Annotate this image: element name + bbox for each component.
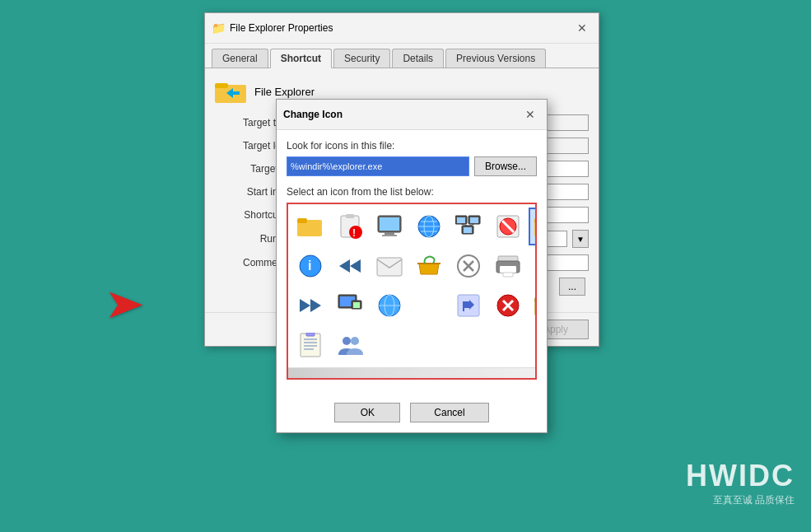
change-icon-dialog: Change Icon ✕ Look for icons in this fil… (276, 99, 548, 433)
icon-cell-users[interactable] (331, 326, 369, 364)
icon-cell-info[interactable]: i (291, 247, 329, 285)
red-arrow-indicator: ➤ (104, 280, 145, 328)
change-icon-close-button[interactable]: ✕ (520, 105, 540, 124)
watermark: HWIDC 至真至诚 品质保住 (686, 459, 795, 507)
select-icon-label: Select an icon from the list below: (287, 186, 537, 198)
file-path-input[interactable] (287, 156, 469, 176)
svg-rect-6 (346, 214, 354, 218)
tabs-bar: General Shortcut Security Details Previo… (205, 44, 599, 68)
main-dialog-titlebar: 📁 File Explorer Properties ✕ (205, 13, 599, 44)
svg-marker-47 (310, 299, 321, 312)
svg-rect-21 (470, 217, 478, 223)
svg-rect-60 (534, 297, 537, 302)
svg-marker-46 (300, 299, 310, 312)
svg-point-68 (351, 337, 359, 345)
icon-cell-rewind[interactable] (331, 247, 369, 285)
change-icon-footer: OK Cancel (277, 396, 547, 432)
change-icon-title: Change Icon (283, 109, 343, 120)
icon-scrollbar[interactable] (288, 367, 535, 379)
start-in-label: Start in: (215, 186, 281, 198)
browse-button[interactable]: Browse... (474, 156, 537, 176)
change-icon-ok-button[interactable]: OK (334, 403, 400, 422)
icon-cell-fast-forward[interactable] (291, 287, 329, 324)
icon-cell-network[interactable] (450, 208, 487, 245)
icon-cell-envelope[interactable] (371, 247, 408, 285)
svg-rect-51 (353, 302, 360, 308)
file-path-row: Browse... (287, 156, 537, 176)
brand-name: HWIDC (686, 459, 795, 493)
change-icon-button-main[interactable]: ... (559, 278, 585, 296)
main-dialog-title: File Explorer Properties (230, 22, 333, 34)
icon-cell-folder-arrow[interactable] (529, 208, 537, 245)
icon-cell-folder[interactable] (291, 208, 329, 245)
icon-cell-folder-2[interactable] (529, 287, 537, 324)
titlebar-left: 📁 File Explorer Properties (212, 21, 333, 35)
run-dropdown-button[interactable]: ▼ (572, 230, 589, 248)
icon-cell-computer-2[interactable] (331, 287, 369, 324)
icon-cell-computer[interactable] (371, 208, 408, 245)
brand-slogan: 至真至诚 品质保住 (686, 493, 795, 507)
svg-rect-36 (377, 258, 402, 276)
icon-cell-globe-2[interactable] (371, 287, 408, 324)
change-icon-content: Look for icons in this file: Browse... S… (277, 130, 547, 396)
tab-shortcut[interactable]: Shortcut (270, 49, 332, 68)
target-location-label: Target lo (215, 140, 281, 152)
svg-rect-66 (306, 333, 315, 336)
svg-text:i: i (308, 259, 311, 273)
icon-grid: ! (288, 204, 535, 367)
icon-grid-container: ! (287, 203, 537, 380)
folder-icon: 📁 (212, 21, 225, 35)
tab-security[interactable]: Security (333, 49, 390, 68)
icon-cell-notepad[interactable] (291, 326, 329, 364)
svg-rect-23 (464, 227, 472, 233)
svg-rect-30 (534, 218, 537, 223)
icon-cell-warning[interactable]: ! (529, 247, 537, 285)
icon-cell-error-x[interactable] (489, 287, 527, 324)
icon-cell-globe[interactable] (410, 208, 448, 245)
svg-rect-11 (385, 232, 394, 235)
file-icon (215, 78, 248, 105)
svg-marker-34 (350, 259, 361, 273)
svg-text:!: ! (352, 227, 356, 239)
icon-cell-basket[interactable] (410, 247, 448, 285)
svg-point-67 (343, 337, 351, 345)
icon-cell-block[interactable] (489, 208, 527, 245)
change-icon-cancel-button[interactable]: Cancel (410, 403, 488, 422)
svg-rect-4 (297, 218, 307, 223)
svg-rect-61 (301, 334, 320, 357)
svg-rect-10 (380, 217, 399, 231)
svg-marker-35 (339, 259, 350, 273)
icon-cell-shortcut[interactable] (450, 287, 487, 324)
look-label: Look for icons in this file: (287, 140, 537, 152)
tab-details[interactable]: Details (392, 49, 444, 68)
svg-rect-43 (503, 273, 513, 277)
svg-rect-19 (457, 217, 465, 223)
run-label: Run: (215, 233, 281, 245)
icon-cell-blank[interactable] (410, 287, 448, 324)
change-icon-titlebar: Change Icon ✕ (277, 100, 547, 130)
svg-rect-12 (382, 235, 397, 236)
icon-cell-printer[interactable] (489, 247, 527, 285)
icon-cell-error-clipboard[interactable]: ! (331, 208, 369, 245)
target-label: Target: (215, 163, 281, 175)
icon-cell-blank2[interactable] (371, 326, 408, 364)
svg-point-7 (349, 226, 362, 239)
svg-rect-42 (500, 266, 516, 273)
tab-previous-versions[interactable]: Previous Versions (445, 49, 546, 68)
tab-general[interactable]: General (212, 49, 268, 68)
shortcut-label: Shortcut (215, 209, 281, 221)
icon-cell-x-circle[interactable] (450, 247, 487, 285)
svg-rect-1 (215, 83, 228, 88)
file-label: File Explorer (254, 86, 315, 98)
main-dialog-close-button[interactable]: ✕ (572, 18, 592, 38)
target-type-label: Target ty (215, 117, 281, 128)
comment-label: Commer (215, 257, 281, 268)
